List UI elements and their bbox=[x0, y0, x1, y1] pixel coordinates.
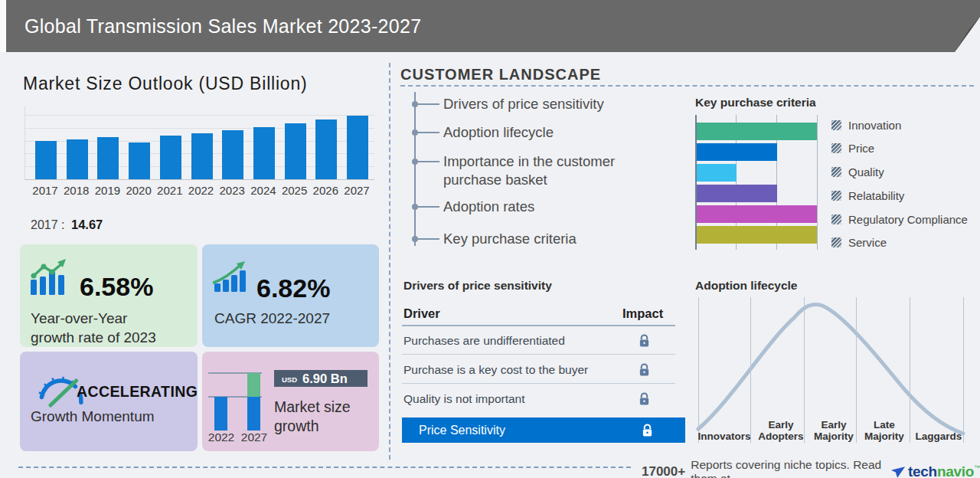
market-size-growth-card: 2022 2027 USD 6.90 Bn Market size growth bbox=[202, 352, 379, 451]
market-bar-2022 bbox=[191, 133, 213, 179]
market-bar-2025 bbox=[285, 123, 306, 179]
year-tick-2026: 2026 bbox=[313, 184, 338, 197]
section-divider bbox=[389, 63, 390, 460]
bullet-spine bbox=[414, 92, 416, 246]
year-tick-2027: 2027 bbox=[344, 184, 369, 197]
mini-bar-2022 bbox=[214, 397, 227, 431]
lock-icon bbox=[642, 423, 653, 437]
market-size-bar-chart bbox=[24, 106, 374, 180]
kpc-bar-relatability bbox=[697, 185, 777, 202]
lock-icon-slot bbox=[642, 423, 653, 437]
legend-swatch-icon bbox=[831, 143, 841, 153]
cagr-value: 6.82% bbox=[256, 273, 330, 303]
lock-icon bbox=[639, 391, 650, 406]
legend-item-3: Quality bbox=[831, 163, 968, 182]
impact-lock-3 bbox=[639, 391, 650, 406]
adoption-lifecycle-chart: InnovatorsEarly AdoptersEarly MajorityLa… bbox=[695, 297, 966, 443]
bullet-connector bbox=[418, 161, 439, 162]
market-bar-2027 bbox=[347, 116, 368, 179]
yoy-growth-card: 6.58% Year-over-Year growth rate of 2023 bbox=[20, 244, 198, 347]
brand-tech: tech bbox=[908, 463, 937, 478]
landscape-item-label: Drivers of price sensitivity bbox=[443, 95, 644, 113]
legend-swatch-icon bbox=[831, 191, 841, 201]
price-sensitivity-row[interactable]: Price Sensitivity bbox=[402, 417, 685, 443]
driver-row-2: Purchase is a key cost to the buyer bbox=[403, 358, 588, 381]
growth-label: Market size growth bbox=[274, 398, 351, 436]
lifecycle-gridline-1 bbox=[698, 297, 699, 443]
growth-arrow-chart-icon bbox=[213, 261, 248, 293]
legend-swatch-icon bbox=[831, 167, 841, 177]
legend-item-2: Price bbox=[831, 139, 968, 158]
growth-label-line2: growth bbox=[274, 417, 351, 436]
market-bar-2020 bbox=[129, 142, 150, 180]
year-tick-2024: 2024 bbox=[250, 184, 276, 197]
base-year: 2017 bbox=[31, 218, 58, 231]
currency-label: USD bbox=[282, 374, 297, 384]
legend-label: Quality bbox=[848, 165, 884, 178]
cagr-label: CAGR 2022-2027 bbox=[214, 309, 330, 328]
impact-lock-1 bbox=[639, 333, 650, 348]
legend-item-4: Relatability bbox=[831, 186, 968, 205]
base-year-colon: : bbox=[61, 218, 64, 231]
growth-amount-badge: USD 6.90 Bn bbox=[274, 370, 368, 387]
driver-column-header: Driver bbox=[403, 306, 440, 321]
header-bar: Global Transmission Sales Market 2023-20… bbox=[6, 0, 980, 52]
momentum-label: Growth Momentum bbox=[31, 407, 155, 426]
bullet-connector bbox=[418, 206, 439, 208]
header-left-strip bbox=[0, 0, 6, 52]
footer: 17000+ Reports covering niche topics. Re… bbox=[642, 458, 980, 478]
mini-year-start: 2022 bbox=[208, 431, 234, 444]
bar-chart-zigzag-icon bbox=[29, 258, 70, 296]
stage-label-innovators: Innovators bbox=[694, 431, 754, 442]
market-bar-2026 bbox=[315, 120, 337, 179]
technavio-logo[interactable]: tech navio ™ bbox=[890, 463, 980, 478]
stage-label-early-adopters: Early Adopters bbox=[751, 419, 811, 442]
row-separator bbox=[402, 383, 675, 384]
bullet-dot bbox=[412, 129, 418, 136]
driver-row-1: Purchases are undifferentiated bbox=[403, 329, 565, 352]
yoy-label-line2: growth rate of 2023 bbox=[31, 328, 156, 347]
legend-label: Price bbox=[848, 142, 874, 155]
landscape-item-label: Importance in the customer purchase bask… bbox=[443, 152, 644, 189]
growth-amount: 6.90 Bn bbox=[302, 372, 348, 386]
bullet-connector bbox=[418, 103, 439, 105]
bullet-dot bbox=[412, 236, 418, 242]
infographic-canvas: Global Transmission Sales Market 2023-20… bbox=[0, 0, 980, 478]
brand-trademark: ™ bbox=[974, 464, 980, 471]
row-separator bbox=[402, 354, 675, 355]
stage-label-late-majority: Late Majority bbox=[854, 419, 914, 442]
customer-landscape-title: CUSTOMER LANDSCAPE bbox=[400, 66, 601, 83]
yoy-growth-value: 6.58% bbox=[80, 272, 153, 302]
impact-lock-2 bbox=[639, 362, 650, 377]
customer-landscape-underline bbox=[400, 85, 974, 87]
kpc-bar-innovation bbox=[697, 123, 817, 140]
year-tick-2025: 2025 bbox=[282, 184, 307, 197]
legend-item-6: Service bbox=[831, 234, 968, 252]
cagr-card: 6.82% CAGR 2022-2027 bbox=[202, 244, 379, 347]
driver-row-3: Quality is not important bbox=[403, 388, 525, 411]
legend-label: Service bbox=[848, 236, 887, 249]
mini-year-end: 2027 bbox=[241, 431, 267, 444]
bullet-connector bbox=[418, 132, 439, 133]
year-tick-2019: 2019 bbox=[95, 184, 120, 197]
page-curl-decoration bbox=[952, 17, 980, 52]
market-bar-2024 bbox=[253, 127, 275, 179]
mini-bar-2027 bbox=[247, 397, 260, 431]
landscape-item-label: Adoption rates bbox=[443, 198, 644, 216]
legend-item-1: Innovation bbox=[831, 116, 968, 134]
base-year-callout: 2017 : 14.67 bbox=[31, 218, 103, 232]
table-header-underline bbox=[402, 325, 675, 326]
legend-swatch-icon bbox=[831, 214, 841, 224]
stage-label-laggards: Laggards bbox=[909, 431, 969, 442]
key-purchase-criteria-chart bbox=[695, 115, 818, 250]
landscape-item-label: Key purchase criteria bbox=[443, 230, 644, 248]
price-sensitivity-title: Drivers of price sensitivity bbox=[403, 279, 552, 293]
lock-icon bbox=[639, 362, 650, 377]
page-title: Global Transmission Sales Market 2023-20… bbox=[24, 0, 421, 52]
kpc-legend: InnovationPriceQualityRelatabilityRegula… bbox=[831, 116, 968, 257]
impact-column-header: Impact bbox=[622, 306, 663, 321]
footer-divider bbox=[18, 467, 631, 468]
technavio-arrow-icon bbox=[890, 466, 906, 478]
key-purchase-criteria-title: Key purchase criteria bbox=[695, 96, 816, 110]
legend-label: Relatability bbox=[848, 189, 904, 202]
